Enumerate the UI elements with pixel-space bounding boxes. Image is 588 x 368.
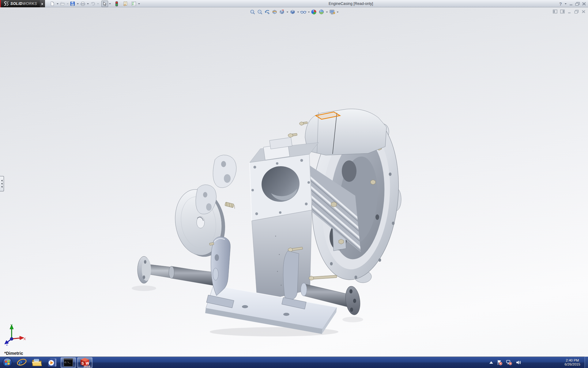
hex-bolt [331,202,337,207]
view-settings-button[interactable] [329,9,336,15]
zoom-to-area-icon [257,9,263,15]
print-icon [80,1,85,6]
open-button[interactable] [59,1,66,7]
help-dropdown[interactable] [564,1,567,7]
taskbar-command-prompt[interactable]: C:\_ [61,357,76,368]
taskbar-internet-explorer[interactable]: e [14,357,29,368]
print-dropdown[interactable] [86,1,89,7]
display-style-dropdown[interactable] [296,9,300,15]
triad-z-label: Z [6,343,8,346]
command-prompt-icon: C:\_ [63,358,74,367]
svg-text:2015: 2015 [84,365,90,368]
section-view-icon [272,9,277,15]
select-button[interactable] [101,1,108,7]
view-orientation-label: *Dimetric [4,351,23,356]
hide-show-dropdown[interactable] [307,9,311,15]
screen: SOLIDWORKS [0,0,588,368]
open-dropdown[interactable] [66,1,69,7]
appearance-ball-icon [311,9,317,15]
previous-view-icon [265,9,270,15]
view-orientation-icon [279,9,285,15]
solidworks-logo-icon [2,1,9,6]
display-style-button[interactable] [289,9,296,15]
select-cursor-icon [103,2,107,6]
print-button[interactable] [79,1,86,7]
view-settings-icon [329,9,335,15]
engine-casing-model[interactable] [104,104,404,337]
previous-view-button[interactable] [264,9,271,15]
apply-scene-dropdown[interactable] [325,9,329,15]
volume-icon[interactable] [516,360,521,365]
heads-up-toolbar [249,9,339,15]
apply-scene-icon [319,9,324,15]
help-button[interactable]: ? [559,1,562,6]
minimize-doc-button[interactable] [567,9,571,15]
internet-explorer-icon: e [17,358,27,367]
display-pane-toggle[interactable] [560,9,565,15]
zoom-to-area-button[interactable] [256,9,264,15]
glasses-icon [300,9,307,15]
show-hidden-icons-button[interactable] [489,361,493,364]
solidworks-2015-icon: S W 2015 [79,357,90,368]
save-icon [70,1,75,6]
save-dropdown[interactable] [76,1,79,7]
select-dropdown[interactable] [108,1,111,7]
close-button[interactable] [582,2,586,6]
zoom-to-fit-button[interactable] [249,9,256,15]
titlebar: SOLIDWORKS [0,0,588,7]
clock-date: 6/26/2015 [561,362,584,366]
featuremanager-pane-toggle[interactable] [553,9,557,15]
window-title: EngineCasing [Read-only] [329,2,373,6]
brand-text: SOLIDWORKS [10,2,37,6]
taskbar-media-player[interactable] [45,357,60,368]
options-checklist-icon [131,1,136,6]
new-button[interactable] [49,1,56,7]
hex-bolt [371,180,375,185]
hide-show-items-button[interactable] [300,9,307,15]
menu-flyout-arrow[interactable] [40,0,45,7]
taskbar-clock[interactable]: 2:40 PM 6/26/2015 [561,357,584,368]
featuremanager-collapsed-tab[interactable] [0,176,4,191]
options-dropdown[interactable] [137,1,141,7]
restore-doc-button[interactable] [574,9,579,15]
display-style-icon [290,9,296,15]
view-orientation-button[interactable] [278,9,286,15]
network-status-icon[interactable] [506,360,512,365]
logo-red-stripe [0,0,1,7]
edit-appearance-button[interactable] [311,9,318,15]
new-document-icon [50,1,55,6]
taskbar-solidworks[interactable]: S W 2015 [77,357,92,368]
taskbar-windows-explorer[interactable] [29,357,45,368]
undo-button[interactable] [89,1,96,7]
open-folder-icon [60,1,65,6]
left-shaft[interactable] [138,256,215,286]
undo-dropdown[interactable] [96,1,100,7]
options-button[interactable] [130,1,137,7]
view-orientation-dropdown[interactable] [286,9,289,15]
start-button[interactable] [1,357,14,368]
close-doc-button[interactable] [582,9,586,15]
new-dropdown[interactable] [56,1,59,7]
section-view-button[interactable] [271,9,278,15]
file-properties-icon [123,1,128,6]
rebuild-button[interactable] [113,1,120,7]
clock-time: 2:40 PM [561,358,584,362]
graphics-area[interactable]: Y X Z *Dimetric [0,8,588,357]
save-button[interactable] [69,1,76,7]
view-settings-dropdown[interactable] [336,9,339,15]
restore-button[interactable] [575,2,580,6]
windows-start-orb-icon [2,357,13,368]
svg-text:C:\_: C:\_ [65,361,70,364]
action-center-icon[interactable] [497,360,502,365]
system-tray [489,357,521,368]
spring-stud [225,202,236,209]
stud-bolt [309,275,337,280]
apply-scene-button[interactable] [318,9,325,15]
minimize-button[interactable] [569,2,573,6]
shaft-washer [213,268,218,280]
media-player-icon [47,358,58,367]
show-desktop-button[interactable] [585,357,588,368]
undo-icon [90,1,96,6]
stud-bolt [300,122,307,125]
file-properties-button[interactable] [122,1,129,7]
